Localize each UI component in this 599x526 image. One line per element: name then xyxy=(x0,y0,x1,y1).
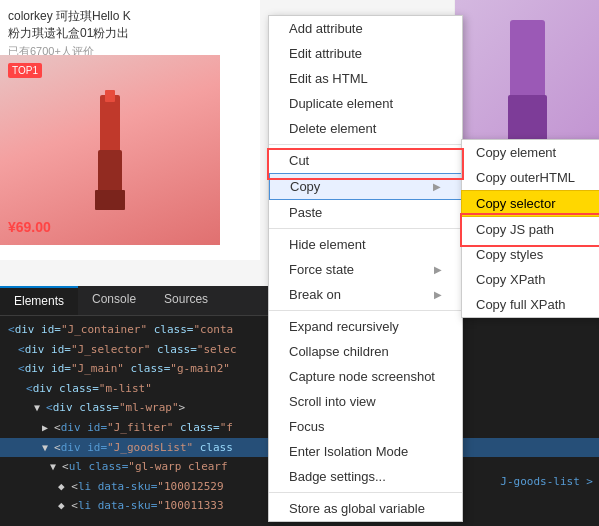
submenu-copy-full-xpath[interactable]: Copy full XPath xyxy=(462,292,599,317)
menu-paste[interactable]: Paste xyxy=(269,200,462,225)
menu-copy[interactable]: Copy ▶ xyxy=(269,173,462,200)
menu-collapse-children[interactable]: Collapse children xyxy=(269,339,462,364)
tab-sources[interactable]: Sources xyxy=(150,286,222,315)
product-price: ¥69.00 xyxy=(8,219,51,235)
product-card-left: colorkey 珂拉琪Hello K 粉力琪遗礼盒01粉力出 已有6700+人… xyxy=(0,0,260,260)
menu-duplicate-element[interactable]: Duplicate element xyxy=(269,91,462,116)
menu-store-global[interactable]: Store as global variable xyxy=(269,496,462,521)
menu-add-attribute[interactable]: Add attribute xyxy=(269,16,462,41)
context-menu: Add attribute Edit attribute Edit as HTM… xyxy=(268,15,463,522)
product-title: colorkey 珂拉琪Hello K xyxy=(8,8,252,25)
force-state-arrow: ▶ xyxy=(434,264,442,275)
separator-2 xyxy=(269,228,462,229)
svg-rect-3 xyxy=(105,90,115,102)
product-image: TOP1 ¥69.00 xyxy=(0,55,220,245)
menu-edit-as-html[interactable]: Edit as HTML xyxy=(269,66,462,91)
goods-list-label: J-goods-list > xyxy=(496,473,597,490)
copy-arrow: ▶ xyxy=(433,181,441,192)
separator-3 xyxy=(269,310,462,311)
product-placeholder: TOP1 ¥69.00 xyxy=(0,55,220,245)
menu-expand-recursively[interactable]: Expand recursively xyxy=(269,314,462,339)
menu-delete-element[interactable]: Delete element xyxy=(269,116,462,141)
tab-elements[interactable]: Elements xyxy=(0,286,78,315)
product-badge: TOP1 xyxy=(8,63,42,78)
lipstick-svg xyxy=(70,85,150,215)
submenu-copy-outerhtml[interactable]: Copy outerHTML xyxy=(462,165,599,190)
break-on-arrow: ▶ xyxy=(434,289,442,300)
menu-scroll-into-view[interactable]: Scroll into view xyxy=(269,389,462,414)
tab-console[interactable]: Console xyxy=(78,286,150,315)
submenu-copy-element[interactable]: Copy element xyxy=(462,140,599,165)
menu-cut[interactable]: Cut xyxy=(269,148,462,173)
svg-rect-1 xyxy=(98,150,122,195)
copy-submenu: Copy element Copy outerHTML Copy selecto… xyxy=(461,139,599,318)
menu-edit-attribute[interactable]: Edit attribute xyxy=(269,41,462,66)
separator-1 xyxy=(269,144,462,145)
menu-focus[interactable]: Focus xyxy=(269,414,462,439)
submenu-copy-selector[interactable]: Copy selector xyxy=(461,190,599,217)
separator-4 xyxy=(269,492,462,493)
svg-rect-2 xyxy=(95,190,125,210)
product-subtitle: 粉力琪遗礼盒01粉力出 xyxy=(8,25,252,42)
submenu-copy-styles[interactable]: Copy styles xyxy=(462,242,599,267)
menu-capture-screenshot[interactable]: Capture node screenshot xyxy=(269,364,462,389)
submenu-copy-xpath[interactable]: Copy XPath xyxy=(462,267,599,292)
svg-rect-0 xyxy=(100,95,120,155)
menu-hide-element[interactable]: Hide element xyxy=(269,232,462,257)
submenu-copy-js-path[interactable]: Copy JS path xyxy=(462,217,599,242)
svg-rect-4 xyxy=(510,20,545,100)
menu-isolation-mode[interactable]: Enter Isolation Mode xyxy=(269,439,462,464)
menu-badge-settings[interactable]: Badge settings... xyxy=(269,464,462,489)
menu-break-on[interactable]: Break on ▶ xyxy=(269,282,462,307)
menu-force-state[interactable]: Force state ▶ xyxy=(269,257,462,282)
